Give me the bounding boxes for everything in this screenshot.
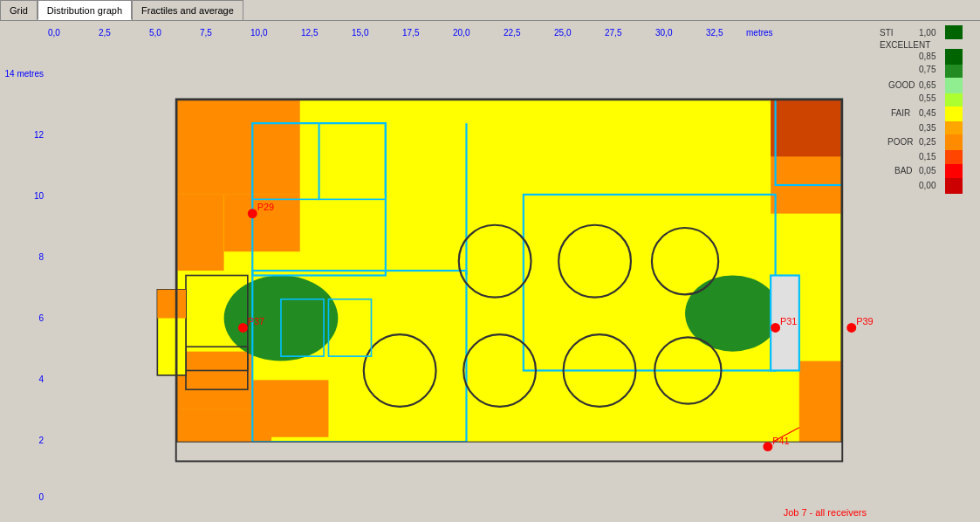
legend-val-065: 0,65 (919, 80, 935, 90)
legend-category-excellent: EXCELLENT (880, 40, 930, 50)
svg-rect-12 (305, 123, 456, 218)
legend-val-025: 0,25 (919, 137, 935, 147)
y-axis: 14 metres 12 10 8 6 4 2 0 (0, 21, 48, 522)
color-block-025 (945, 134, 963, 150)
x-label-0: 0,0 (48, 28, 60, 38)
legend-val-035: 0,35 (919, 123, 935, 133)
x-label-25: 2,5 (99, 28, 111, 38)
svg-text:P31: P31 (780, 316, 797, 326)
y-label-10: 10 (34, 191, 44, 201)
svg-rect-8 (771, 100, 842, 156)
legend-category-good: GOOD (888, 80, 915, 90)
svg-point-40 (238, 323, 248, 333)
sti-max: 1,00 (919, 28, 935, 38)
right-legend: STI 1,00 EXCELLENT 0,85 0,75 GOOD 0,65 0… (875, 21, 980, 522)
color-block-top (945, 25, 963, 39)
x-label-125: 12,5 (301, 28, 318, 38)
y-label-12: 12 (34, 130, 44, 140)
y-label-2: 2 (38, 436, 44, 445)
legend-val-005: 0,05 (919, 166, 935, 175)
x-label-150: 15,0 (352, 28, 368, 38)
x-label-50: 5,0 (149, 28, 161, 38)
x-label-metres: metres (746, 28, 773, 38)
svg-rect-2 (176, 195, 223, 271)
tab-distribution-graph[interactable]: Distribution graph (38, 0, 132, 20)
svg-rect-1 (176, 100, 300, 195)
svg-text:P39: P39 (856, 316, 873, 326)
svg-text:P37: P37 (248, 316, 264, 326)
job-label: Job 7 - all receivers (784, 507, 867, 518)
y-label-4: 4 (38, 374, 44, 384)
legend-category-fair: FAIR (891, 108, 910, 118)
x-axis: 0,0 2,5 5,0 7,5 10,0 12,5 15,0 17,5 20,0… (48, 21, 875, 47)
svg-text:P29: P29 (257, 202, 274, 212)
svg-rect-35 (157, 290, 186, 319)
floor-plan-svg: P29 P37 P31 P39 P41 (48, 47, 875, 522)
x-label-200: 20,0 (453, 28, 469, 38)
y-label-8: 8 (38, 252, 44, 262)
svg-rect-13 (466, 123, 746, 209)
svg-point-46 (763, 442, 772, 451)
legend-val-015: 0,15 (919, 152, 935, 161)
svg-point-42 (771, 323, 780, 333)
y-label-0: 0 (38, 492, 44, 502)
color-block-065 (945, 78, 963, 93)
legend-category-bad: BAD (894, 166, 913, 175)
x-label-100: 10,0 (250, 28, 267, 38)
legend-val-085: 0,85 (919, 52, 935, 61)
x-label-275: 27,5 (605, 28, 621, 38)
svg-rect-4 (176, 352, 252, 409)
color-block-000 (945, 178, 963, 194)
svg-point-44 (846, 323, 856, 333)
tab-fractiles-average[interactable]: Fractiles and average (132, 0, 243, 20)
plot-area: P29 P37 P31 P39 P41 Job 7 - all receiver… (48, 47, 875, 522)
x-label-75: 7,5 (200, 28, 212, 38)
svg-rect-37 (176, 442, 842, 461)
center-area: 0,0 2,5 5,0 7,5 10,0 12,5 15,0 17,5 20,0… (48, 21, 875, 522)
main-area: 14 metres 12 10 8 6 4 2 0 0,0 2,5 5,0 7,… (0, 21, 980, 522)
y-label-14: 14 metres (5, 69, 44, 79)
y-label-6: 6 (38, 313, 44, 323)
x-label-250: 25,0 (554, 28, 571, 38)
legend-val-000: 0,00 (919, 181, 935, 190)
sti-title: STI (880, 28, 894, 38)
tab-grid[interactable]: Grid (0, 0, 38, 20)
legend-category-poor: POOR (887, 137, 913, 147)
tab-bar: Grid Distribution graph Fractiles and av… (0, 0, 980, 21)
svg-point-38 (248, 209, 257, 218)
legend-val-045: 0,45 (919, 108, 935, 118)
color-block-045 (945, 106, 963, 122)
x-label-300: 30,0 (655, 28, 672, 38)
x-label-325: 32,5 (706, 28, 723, 38)
x-label-225: 22,5 (504, 28, 520, 38)
legend-val-075: 0,75 (919, 65, 935, 74)
x-label-175: 17,5 (402, 28, 419, 38)
legend-val-055: 0,55 (919, 93, 935, 103)
color-block-excellent1 (945, 49, 963, 65)
